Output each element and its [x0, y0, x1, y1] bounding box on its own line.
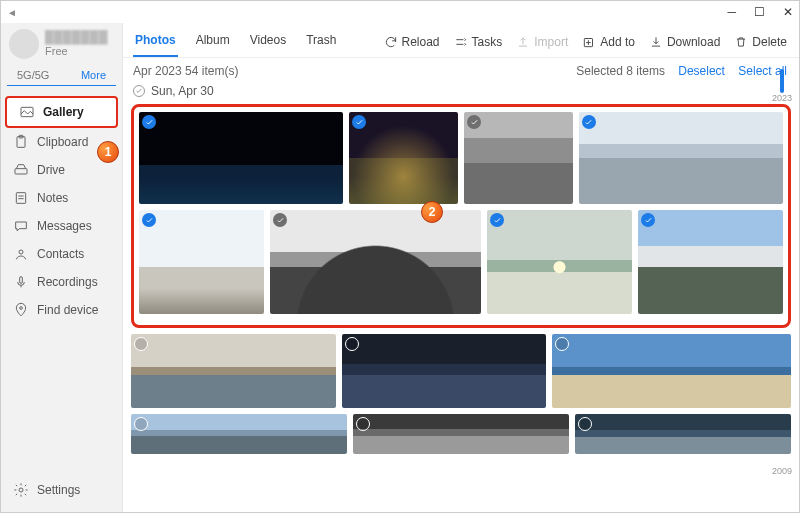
photo-thumb[interactable]	[552, 334, 791, 408]
addto-icon	[582, 35, 596, 49]
drive-icon	[13, 162, 29, 178]
sidebar-item-label: Gallery	[43, 105, 84, 119]
check-icon[interactable]	[142, 115, 156, 129]
timeline-year: 2023	[772, 93, 792, 103]
annotation-badge-2: 2	[421, 201, 443, 223]
check-icon[interactable]	[273, 213, 287, 227]
svg-rect-4	[16, 193, 25, 204]
timeline-scrollbar[interactable]: 2023 2009	[771, 69, 793, 476]
contacts-icon	[13, 246, 29, 262]
photo-thumb[interactable]	[638, 210, 783, 314]
svg-point-8	[19, 488, 23, 492]
deselect-link[interactable]: Deselect	[678, 64, 725, 78]
check-icon[interactable]	[356, 417, 370, 431]
status-summary: Apr 2023 54 item(s)	[133, 64, 238, 78]
check-icon[interactable]	[490, 213, 504, 227]
photo-thumb[interactable]	[579, 112, 783, 204]
photo-thumb[interactable]	[131, 414, 347, 454]
maximize-button[interactable]: ☐	[754, 5, 765, 19]
tab-trash[interactable]: Trash	[304, 27, 338, 57]
photo-thumb[interactable]	[487, 210, 632, 314]
username: ███████	[45, 31, 108, 44]
sidebar-item-label: Drive	[37, 163, 65, 177]
action-label: Import	[534, 35, 568, 49]
sidebar-item-find-device[interactable]: Find device	[1, 296, 122, 324]
photo-thumb[interactable]	[139, 210, 264, 314]
user-block[interactable]: ███████ Free	[1, 23, 122, 67]
clipboard-icon	[13, 134, 29, 150]
trash-icon	[734, 35, 748, 49]
download-button[interactable]: Download	[649, 35, 720, 49]
action-label: Tasks	[472, 35, 503, 49]
photo-thumb[interactable]	[131, 334, 336, 408]
tab-album[interactable]: Album	[194, 27, 232, 57]
messages-icon	[13, 218, 29, 234]
recordings-icon	[13, 274, 29, 290]
upload-icon	[516, 35, 530, 49]
settings-label: Settings	[37, 483, 80, 497]
photo-thumb[interactable]	[575, 414, 791, 454]
date-label: Sun, Apr 30	[151, 84, 214, 98]
sidebar-item-label: Contacts	[37, 247, 84, 261]
titlebar: ◄ ─ ☐ ✕	[1, 1, 799, 23]
svg-rect-6	[20, 277, 23, 284]
check-icon[interactable]	[142, 213, 156, 227]
plan-label: Free	[45, 45, 108, 57]
toolbar: Reload Tasks Import Add to Download	[384, 35, 788, 49]
sidebar-item-contacts[interactable]: Contacts	[1, 240, 122, 268]
sidebar-item-recordings[interactable]: Recordings	[1, 268, 122, 296]
status-row: Apr 2023 54 item(s) Selected 8 items Des…	[123, 58, 799, 80]
notes-icon	[13, 190, 29, 206]
sidebar: ███████ Free 5G/5G More Gallery Clipboar…	[1, 23, 123, 512]
minimize-button[interactable]: ─	[727, 5, 736, 19]
check-icon[interactable]	[555, 337, 569, 351]
download-icon	[649, 35, 663, 49]
photo-thumb[interactable]	[353, 414, 569, 454]
tab-photos[interactable]: Photos	[133, 27, 178, 57]
sidebar-item-settings[interactable]: Settings	[1, 474, 122, 512]
import-button: Import	[516, 35, 568, 49]
tabs: Photos Album Videos Trash	[133, 27, 338, 57]
photo-thumb[interactable]	[342, 334, 547, 408]
check-icon[interactable]	[467, 115, 481, 129]
tab-videos[interactable]: Videos	[248, 27, 288, 57]
check-icon[interactable]	[134, 337, 148, 351]
close-button[interactable]: ✕	[783, 5, 793, 19]
scrollbar-handle[interactable]	[780, 69, 784, 93]
check-icon[interactable]	[345, 337, 359, 351]
sound-indicator: ◄	[7, 7, 17, 18]
date-check-icon[interactable]	[133, 85, 145, 97]
topbar: Photos Album Videos Trash Reload Tasks I…	[123, 23, 799, 58]
svg-point-5	[19, 250, 23, 254]
check-icon[interactable]	[352, 115, 366, 129]
reload-icon	[384, 35, 398, 49]
sidebar-item-label: Recordings	[37, 275, 98, 289]
photo-thumb[interactable]	[139, 112, 343, 204]
addto-button[interactable]: Add to	[582, 35, 635, 49]
tasks-button[interactable]: Tasks	[454, 35, 503, 49]
sidebar-item-label: Find device	[37, 303, 98, 317]
reload-button[interactable]: Reload	[384, 35, 440, 49]
check-icon[interactable]	[641, 213, 655, 227]
check-icon[interactable]	[134, 417, 148, 431]
avatar	[9, 29, 39, 59]
sidebar-item-label: Notes	[37, 191, 68, 205]
action-label: Reload	[402, 35, 440, 49]
more-link[interactable]: More	[81, 69, 106, 81]
check-icon[interactable]	[578, 417, 592, 431]
delete-button[interactable]: Delete	[734, 35, 787, 49]
sidebar-item-messages[interactable]: Messages	[1, 212, 122, 240]
photo-thumb[interactable]	[349, 112, 458, 204]
sidebar-item-gallery[interactable]: Gallery	[5, 96, 118, 128]
selected-count: Selected 8 items	[576, 64, 665, 78]
annotation-badge-1: 1	[97, 141, 119, 163]
window-controls: ─ ☐ ✕	[727, 5, 793, 19]
check-icon[interactable]	[582, 115, 596, 129]
svg-point-7	[20, 307, 23, 310]
photo-thumb[interactable]	[270, 210, 481, 314]
sidebar-item-notes[interactable]: Notes	[1, 184, 122, 212]
main-panel: Photos Album Videos Trash Reload Tasks I…	[123, 23, 799, 512]
date-row[interactable]: Sun, Apr 30	[123, 80, 799, 102]
sidebar-item-label: Clipboard	[37, 135, 88, 149]
photo-thumb[interactable]	[464, 112, 573, 204]
